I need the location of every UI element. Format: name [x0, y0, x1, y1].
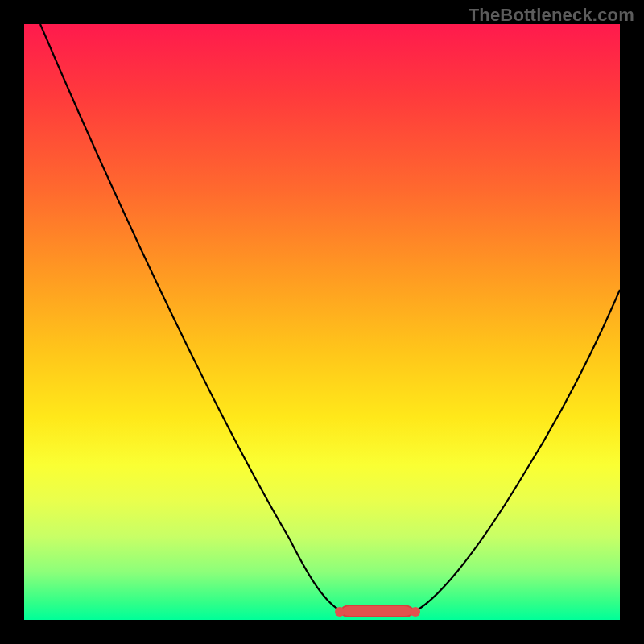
flat-bottom-marker: [340, 605, 415, 617]
flat-bottom-right-cap: [411, 607, 420, 617]
watermark-text: TheBottleneck.com: [469, 5, 634, 26]
curve-layer: [24, 24, 620, 620]
chart-frame: TheBottleneck.com: [0, 0, 644, 644]
bottleneck-curve-line: [40, 24, 620, 613]
flat-bottom-left-cap: [335, 607, 345, 617]
plot-area: [24, 24, 620, 620]
